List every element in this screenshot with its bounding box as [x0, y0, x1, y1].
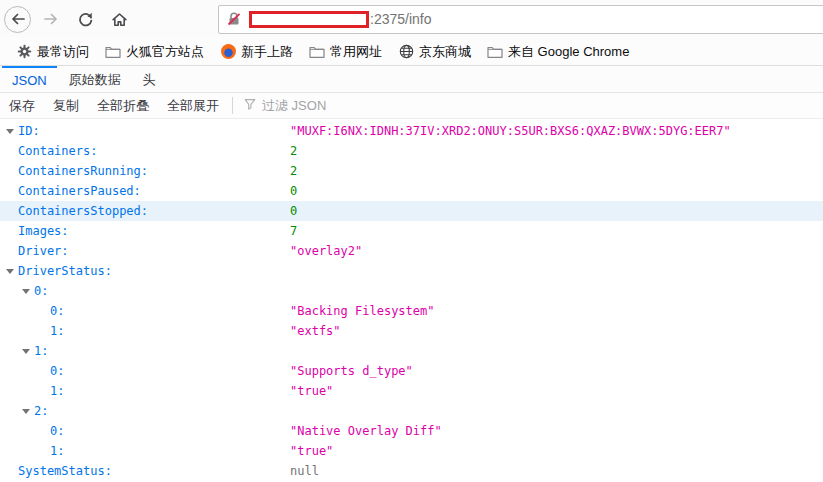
- firefox-logo-icon: [220, 44, 236, 60]
- row-indent: [0, 171, 4, 172]
- json-row[interactable]: Driver:"overlay2": [0, 241, 823, 261]
- json-row[interactable]: 0:"Native Overlay Diff": [0, 421, 823, 441]
- redaction-box: [249, 11, 369, 28]
- back-icon: [10, 11, 26, 27]
- json-row[interactable]: DriverStatus:: [0, 261, 823, 281]
- json-viewer-toolbar: 保存 复制 全部折叠 全部展开: [0, 93, 823, 119]
- json-row[interactable]: 0:: [0, 281, 823, 301]
- collapse-all-button[interactable]: 全部折叠: [88, 97, 158, 115]
- bookmark-label: 最常访问: [37, 43, 89, 61]
- json-key: ID:: [18, 121, 40, 141]
- bookmark-label: 新手上路: [241, 43, 293, 61]
- back-button[interactable]: [4, 6, 31, 33]
- row-indent: [0, 191, 4, 192]
- twisty-expanded-icon[interactable]: [20, 349, 34, 354]
- json-key: 1:: [50, 441, 64, 461]
- json-key: Images:: [18, 221, 69, 241]
- json-key: Driver:: [18, 241, 69, 261]
- json-row[interactable]: ContainersRunning:2: [0, 161, 823, 181]
- row-indent: [0, 151, 4, 152]
- twisty-expanded-icon[interactable]: [20, 409, 34, 414]
- bookmark-label: 来自 Google Chrome: [508, 43, 629, 61]
- reload-button[interactable]: [71, 5, 99, 33]
- row-indent: [0, 431, 36, 432]
- save-button[interactable]: 保存: [0, 97, 44, 115]
- json-key: ContainersPaused:: [18, 181, 141, 201]
- gear-icon: [16, 44, 32, 60]
- json-row[interactable]: SystemStatus:null: [0, 461, 823, 481]
- twisty-expanded-icon[interactable]: [20, 289, 34, 294]
- json-row[interactable]: 2:: [0, 401, 823, 421]
- json-key: Containers:: [18, 141, 97, 161]
- forward-button[interactable]: [37, 5, 65, 33]
- bookmark-item[interactable]: 最常访问: [8, 41, 97, 63]
- json-row[interactable]: Images:7: [0, 221, 823, 241]
- row-indent: [0, 211, 4, 212]
- bookmark-label: 京东商城: [419, 43, 471, 61]
- tab-json[interactable]: JSON: [2, 66, 57, 92]
- bookmark-item[interactable]: 火狐官方站点: [97, 41, 212, 63]
- json-row[interactable]: 1:"extfs": [0, 321, 823, 341]
- json-row[interactable]: ContainersPaused:0: [0, 181, 823, 201]
- navigation-toolbar: :2375/info: [0, 0, 823, 38]
- json-key: 0:: [50, 421, 64, 441]
- row-indent: [0, 411, 20, 412]
- json-value: null: [290, 461, 319, 481]
- json-key: 0:: [50, 301, 64, 321]
- json-row[interactable]: 1:: [0, 341, 823, 361]
- json-row[interactable]: 0:"Supports d_type": [0, 361, 823, 381]
- json-key: ContainersStopped:: [18, 201, 148, 221]
- forward-icon: [43, 11, 59, 27]
- json-row[interactable]: 1:"true": [0, 441, 823, 461]
- row-indent: [0, 351, 20, 352]
- folder-icon: [105, 44, 121, 60]
- bookmarks-bar: 最常访问火狐官方站点新手上路常用网址京东商城来自 Google Chrome: [0, 38, 823, 66]
- tab-raw-data[interactable]: 原始数据: [59, 66, 131, 92]
- filter-box[interactable]: [237, 97, 823, 115]
- json-value: 0: [290, 181, 297, 201]
- json-viewer-tabbar: JSON 原始数据 头: [0, 66, 823, 93]
- home-icon: [111, 11, 128, 28]
- json-key: 2:: [34, 401, 48, 421]
- row-indent: [0, 311, 36, 312]
- json-tree: ID:"MUXF:I6NX:IDNH:37IV:XRD2:ONUY:S5UR:B…: [0, 119, 823, 482]
- folder-icon: [309, 44, 325, 60]
- home-button[interactable]: [105, 5, 133, 33]
- bookmark-item[interactable]: 京东商城: [390, 41, 479, 63]
- bookmark-label: 常用网址: [330, 43, 382, 61]
- row-indent: [0, 471, 4, 472]
- toolbar-separator: [232, 97, 233, 114]
- bookmark-label: 火狐官方站点: [126, 43, 204, 61]
- folder-icon: [487, 44, 503, 60]
- json-key: 1:: [34, 341, 48, 361]
- json-key: 1:: [50, 321, 64, 341]
- json-row[interactable]: Containers:2: [0, 141, 823, 161]
- json-value: "true": [290, 381, 333, 401]
- twisty-expanded-icon[interactable]: [4, 129, 18, 134]
- json-row[interactable]: 1:"true": [0, 381, 823, 401]
- row-indent: [0, 391, 36, 392]
- json-value: "true": [290, 441, 333, 461]
- tab-headers[interactable]: 头: [133, 66, 166, 92]
- url-text: :2375/info: [370, 11, 432, 27]
- copy-button[interactable]: 复制: [44, 97, 88, 115]
- json-value: 2: [290, 141, 297, 161]
- expand-all-button[interactable]: 全部展开: [158, 97, 228, 115]
- json-value: 0: [290, 201, 297, 221]
- insecure-lock-icon[interactable]: [225, 10, 243, 28]
- json-row[interactable]: ContainersStopped:0: [0, 201, 823, 221]
- bookmark-item[interactable]: 来自 Google Chrome: [479, 41, 637, 63]
- url-bar[interactable]: :2375/info: [218, 5, 823, 34]
- bookmark-item[interactable]: 新手上路: [212, 41, 301, 63]
- filter-json-input[interactable]: [262, 98, 462, 113]
- bookmark-item[interactable]: 常用网址: [301, 41, 390, 63]
- json-row[interactable]: ID:"MUXF:I6NX:IDNH:37IV:XRD2:ONUY:S5UR:B…: [0, 121, 823, 141]
- row-indent: [0, 291, 20, 292]
- json-value: 2: [290, 161, 297, 181]
- twisty-expanded-icon[interactable]: [4, 269, 18, 274]
- json-value: 7: [290, 221, 297, 241]
- json-row[interactable]: 0:"Backing Filesystem": [0, 301, 823, 321]
- json-value: "overlay2": [290, 241, 362, 261]
- json-key: DriverStatus:: [18, 261, 112, 281]
- json-value: "Native Overlay Diff": [290, 421, 442, 441]
